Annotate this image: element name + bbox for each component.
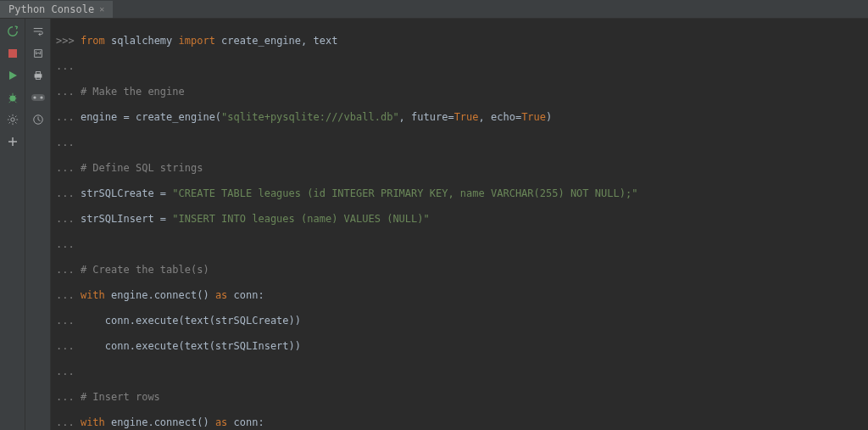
tab-bar: Python Console ✕ xyxy=(0,0,868,19)
string: "INSERT INTO leagues (name) VALUES (NULL… xyxy=(172,213,429,225)
comment: # Define SQL strings xyxy=(81,162,203,174)
code: strSQLInsert = xyxy=(81,213,172,225)
code: conn.execute(text(strSQLCreate)) xyxy=(81,315,301,327)
svg-point-8 xyxy=(40,96,42,98)
print-icon[interactable] xyxy=(31,69,45,82)
comment: # Insert rows xyxy=(81,391,160,403)
comment: # Create the table(s) xyxy=(81,264,209,276)
comment: # Make the engine xyxy=(81,86,185,98)
tab-label: Python Console xyxy=(8,3,94,15)
main-area: >>> from sqlalchemy import create_engine… xyxy=(0,19,868,430)
action-gutter xyxy=(0,19,25,430)
code: conn: xyxy=(227,289,264,301)
import-items: create_engine, text xyxy=(215,35,338,47)
code: strSQLCreate = xyxy=(81,187,172,199)
mod-name: sqlalchemy xyxy=(105,35,179,47)
variables-icon[interactable] xyxy=(31,91,45,104)
svg-point-2 xyxy=(10,118,14,121)
svg-rect-5 xyxy=(36,77,40,80)
string: "CREATE TABLE leagues (id INTEGER PRIMAR… xyxy=(172,187,637,199)
svg-rect-4 xyxy=(36,72,40,75)
run-icon[interactable] xyxy=(6,69,19,82)
code: ) xyxy=(546,111,552,123)
console-toolbar xyxy=(25,19,51,430)
code: conn: xyxy=(227,416,264,428)
code: engine = create_engine( xyxy=(81,111,221,123)
code: engine.connect() xyxy=(105,416,215,428)
console-output[interactable]: >>> from sqlalchemy import create_engine… xyxy=(51,19,868,430)
add-icon[interactable] xyxy=(6,135,19,148)
stop-icon[interactable] xyxy=(6,47,19,60)
code: engine.connect() xyxy=(105,289,215,301)
history-icon[interactable] xyxy=(31,113,45,126)
code: , future= xyxy=(399,111,454,123)
string: "sqlite+pysqlite:///vball.db" xyxy=(221,111,399,123)
kw-import: import xyxy=(179,35,215,47)
close-icon[interactable]: ✕ xyxy=(99,4,104,14)
code: , echo= xyxy=(479,111,522,123)
code: conn.execute(text(strSQLInsert)) xyxy=(81,340,301,352)
kw-true: True xyxy=(454,111,479,123)
rerun-icon[interactable] xyxy=(6,25,19,38)
kw-with: with xyxy=(81,289,105,301)
kw-from: from xyxy=(81,35,105,47)
soft-wrap-icon[interactable] xyxy=(31,25,45,38)
svg-point-7 xyxy=(33,96,36,98)
kw-as: as xyxy=(215,289,227,301)
kw-true: True xyxy=(521,111,546,123)
tab-python-console[interactable]: Python Console ✕ xyxy=(0,1,113,18)
scroll-end-icon[interactable] xyxy=(31,47,45,60)
kw-with: with xyxy=(81,416,105,428)
kw-as: as xyxy=(215,416,227,428)
svg-rect-0 xyxy=(8,49,17,58)
debug-icon[interactable] xyxy=(6,91,19,104)
settings-icon[interactable] xyxy=(6,113,19,126)
